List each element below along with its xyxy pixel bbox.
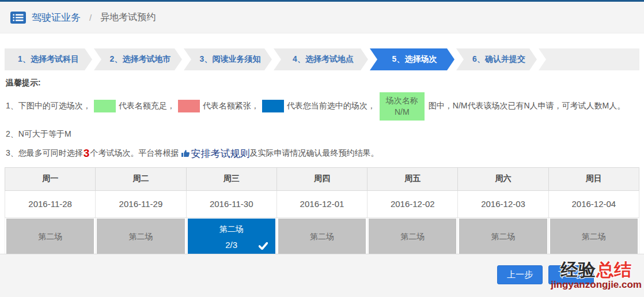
legend-green-swatch	[94, 100, 116, 112]
max-sessions-number: 3	[84, 147, 90, 160]
tip-line-3: 3、您最多可同时选择 3 个考试场次。平台将根据 安排考试规则 及实际申请情况确…	[6, 147, 638, 160]
tip3-text-end: 及实际申请情况确认最终预约结果。	[249, 148, 378, 159]
date-cell: 2016-11-30	[186, 190, 276, 217]
session-cell: 第二场2/3	[186, 217, 276, 256]
session-option-selected[interactable]: 第二场2/3	[188, 219, 275, 255]
date-cell: 2016-12-04	[548, 190, 639, 217]
date-cell: 2016-11-28	[5, 190, 96, 217]
step-4[interactable]: 4、选择考试地点	[274, 48, 368, 70]
session-cell: 第二场	[368, 217, 458, 256]
check-icon	[259, 242, 268, 250]
tip3-text-start: 3、您最多可同时选择	[6, 148, 83, 159]
weekday-header: 周一	[5, 167, 96, 190]
session-row: 第二场第二场第二场2/3第二场第二场第二场第二场	[5, 217, 639, 256]
schedule-table: 周一周二周三周四周五周六周日 2016-11-282016-11-292016-…	[5, 167, 639, 257]
breadcrumb-page-title: 异地考试预约	[100, 12, 156, 24]
step-3[interactable]: 3、阅读业务须知	[184, 48, 272, 70]
tip3-text-mid: 个考试场次。平台将根据	[90, 148, 179, 159]
weekday-header-row: 周一周二周三周四周五周六周日	[5, 167, 639, 190]
step-1[interactable]: 1、选择考试科目	[5, 48, 92, 70]
weekday-header: 周二	[96, 167, 186, 190]
step-2[interactable]: 2、选择考试地市	[94, 48, 182, 70]
step-6[interactable]: 6、确认并提交	[456, 48, 537, 70]
footer-bar: 上一步 下一步	[0, 254, 644, 297]
date-cell: 2016-11-29	[96, 190, 186, 217]
tip-line-1: 1、下图中的可选场次， 代表名额充足， 代表名额紧张， 代表您当前选中的场次， …	[6, 92, 638, 121]
breadcrumb: 驾驶证业务 / 异地考试预约	[0, 2, 644, 33]
legend-blue-label: 代表您当前选中的场次，	[287, 101, 376, 111]
list-icon	[10, 12, 26, 24]
previous-step-button[interactable]: 上一步	[497, 265, 543, 284]
legend-green-label: 代表名额充足，	[119, 101, 175, 111]
session-option[interactable]: 第二场	[278, 219, 366, 255]
session-option[interactable]: 第二场	[369, 219, 456, 255]
tip1-text-start: 1、下图中的可选场次，	[6, 101, 91, 111]
thumb-up-icon	[181, 149, 190, 158]
breadcrumb-separator: /	[89, 13, 92, 22]
tip1-text-end: 图中，N/M代表该场次已有N人申请，可考试人数M人。	[429, 101, 625, 111]
date-cell: 2016-12-01	[276, 190, 367, 217]
tip-line-2: 2、N可大于等于M	[6, 129, 638, 140]
weekday-header: 周日	[548, 167, 639, 190]
session-cell: 第二场	[548, 217, 639, 256]
sample-box-ratio: N/M	[380, 106, 425, 118]
sample-box-session-name: 场次名称	[380, 95, 425, 106]
next-step-button[interactable]: 下一步	[548, 265, 594, 284]
weekday-header: 周五	[368, 167, 458, 190]
step-5-active[interactable]: 5、选择场次	[370, 48, 454, 70]
session-option[interactable]: 第二场	[550, 219, 638, 255]
legend-red-label: 代表名额紧张，	[203, 101, 259, 111]
session-option[interactable]: 第二场	[459, 219, 547, 255]
session-count: 2/3	[225, 240, 237, 250]
weekday-header: 周四	[276, 167, 367, 190]
exam-rules-link[interactable]: 安排考试规则	[191, 147, 249, 160]
footer-buttons: 上一步 下一步	[0, 265, 644, 284]
session-cell: 第二场	[458, 217, 548, 256]
breadcrumb-section[interactable]: 驾驶证业务	[32, 11, 81, 24]
weekday-header: 周三	[186, 167, 276, 190]
weekday-header: 周六	[458, 167, 548, 190]
date-cell: 2016-12-03	[458, 190, 548, 217]
tips-title: 温馨提示:	[6, 78, 638, 88]
session-name: 第二场	[219, 224, 244, 235]
session-option[interactable]: 第二场	[97, 219, 184, 255]
legend-sample-box: 场次名称 N/M	[380, 92, 425, 121]
session-cell: 第二场	[96, 217, 186, 256]
tips-section: 温馨提示: 1、下图中的可选场次， 代表名额充足， 代表名额紧张， 代表您当前选…	[0, 78, 644, 160]
date-row: 2016-11-282016-11-292016-11-302016-12-01…	[5, 190, 639, 217]
legend-red-swatch	[178, 100, 200, 112]
session-option[interactable]: 第二场	[6, 219, 94, 255]
date-cell: 2016-12-02	[368, 190, 458, 217]
step-bar: 1、选择考试科目2、选择考试地市3、阅读业务须知4、选择考试地点5、选择场次6、…	[5, 48, 639, 70]
session-cell: 第二场	[276, 217, 367, 256]
legend-blue-swatch	[262, 100, 284, 112]
session-cell: 第二场	[5, 217, 96, 256]
step-bar-filler	[539, 48, 639, 70]
